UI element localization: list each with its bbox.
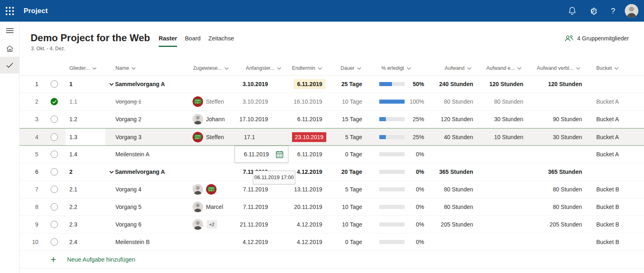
task-open-circle-icon[interactable] <box>51 168 58 175</box>
end-date-cell[interactable]: 4.12.2019 <box>288 216 329 233</box>
effort-completed-cell[interactable]: 120 Stunden <box>477 75 527 93</box>
percent-complete-cell[interactable]: 50% <box>367 75 428 93</box>
percent-complete-cell[interactable]: 0% <box>367 163 428 180</box>
column-header-end[interactable]: Endtermin <box>288 61 329 75</box>
end-date-cell[interactable]: 4.12.2019 <box>288 233 329 251</box>
percent-complete-cell[interactable]: 0% <box>367 146 428 163</box>
column-header-name[interactable]: Name <box>105 61 183 75</box>
column-header-effort_rem[interactable]: Aufwand verbl... <box>527 61 586 75</box>
duration-cell[interactable]: 10 Tage <box>329 93 367 110</box>
assigned-cell[interactable] <box>183 233 235 251</box>
assigned-cell[interactable] <box>183 181 235 198</box>
effort-completed-cell[interactable] <box>477 198 527 215</box>
task-row-9[interactable]: 92.3Vorgang 6+221.11.20194.12.201910 Tag… <box>20 216 644 233</box>
column-header-duration[interactable]: Dauer <box>329 61 367 75</box>
task-name-cell[interactable]: Meilenstein A <box>105 146 183 163</box>
task-row-3[interactable]: 31.2Vorgang 2Johann17.10.20196.11.201915… <box>20 111 644 128</box>
duration-cell[interactable]: 0 Tage <box>329 146 367 163</box>
outline-number-cell[interactable]: 2.2 <box>66 198 105 215</box>
task-status-circle[interactable] <box>43 129 66 145</box>
task-status-circle[interactable] <box>43 146 66 163</box>
effort-remaining-cell[interactable] <box>527 233 586 251</box>
task-name-cell[interactable]: Vorgang 6 <box>105 216 183 233</box>
column-header-outline[interactable]: Glieder... <box>66 61 105 75</box>
effort-remaining-cell[interactable] <box>527 146 586 163</box>
tab-board[interactable]: Board <box>185 35 201 47</box>
effort-remaining-cell[interactable]: 80 Stunden <box>527 198 586 215</box>
task-row-8[interactable]: 82.2Vorgang 5Marcel7.11.201920.11.201910… <box>20 198 644 216</box>
task-status-circle[interactable] <box>43 198 66 215</box>
outline-number-cell[interactable]: 2.3 <box>66 216 105 233</box>
effort-remaining-cell[interactable]: 120 Stunden <box>527 75 586 93</box>
column-header-assigned[interactable]: Zugewiese... <box>183 61 235 75</box>
task-name-cell[interactable]: Vorgang 4 <box>105 181 183 198</box>
effort-cell[interactable]: 80 Stunden <box>428 93 477 110</box>
bucket-cell[interactable]: Bucket B <box>586 216 644 233</box>
effort-completed-cell[interactable] <box>477 233 527 251</box>
assigned-cell[interactable]: +2 <box>183 216 235 233</box>
task-status-circle[interactable] <box>43 111 66 128</box>
task-open-circle-icon[interactable] <box>51 221 58 228</box>
task-row-10[interactable]: 102.4Meilenstein B4.12.20194.12.20190 Ta… <box>20 233 644 251</box>
bucket-cell[interactable]: Bucket A <box>586 93 644 110</box>
task-open-circle-icon[interactable] <box>51 203 58 211</box>
task-open-circle-icon[interactable] <box>51 238 58 246</box>
effort-completed-cell[interactable] <box>477 216 527 233</box>
assignee-avatar-graphic[interactable] <box>206 184 217 195</box>
user-avatar[interactable] <box>625 4 638 18</box>
effort-cell[interactable]: 205 Stunden <box>428 216 477 233</box>
end-date-cell[interactable]: 16.10.2019 <box>288 93 329 110</box>
duration-cell[interactable]: 5 Tage <box>329 181 367 198</box>
percent-complete-cell[interactable]: 25% <box>367 129 428 145</box>
effort-cell[interactable]: 240 Stunden <box>428 75 477 93</box>
task-name-cell[interactable]: Sammelvorgang A <box>105 75 183 93</box>
effort-remaining-cell[interactable]: 205 Stunden <box>527 216 586 233</box>
task-status-circle[interactable] <box>43 75 66 93</box>
calendar-picker-icon[interactable] <box>276 151 283 158</box>
settings-gear-icon[interactable] <box>582 0 603 22</box>
percent-complete-cell[interactable]: 25% <box>367 111 428 128</box>
outline-number-cell[interactable]: 1.3 <box>66 129 105 145</box>
column-header-pct[interactable]: % erledigt <box>367 61 428 75</box>
duration-cell[interactable]: 10 Tage <box>329 216 367 233</box>
percent-complete-cell[interactable]: 0% <box>367 216 428 233</box>
collapse-chevron-icon[interactable] <box>109 171 114 173</box>
task-name-cell[interactable]: Vorgang 1 <box>105 93 183 110</box>
assignee-avatar-graphic[interactable] <box>193 96 203 107</box>
effort-completed-cell[interactable]: 30 Stunden <box>477 111 527 128</box>
duration-cell[interactable]: 10 Tage <box>329 198 367 215</box>
bucket-cell[interactable]: Bucket B <box>586 233 644 251</box>
effort-remaining-cell[interactable]: 365 Stunden <box>527 163 586 180</box>
add-task-row[interactable]: + Neue Aufgabe hinzufügen <box>20 251 644 269</box>
outline-number-cell[interactable]: 2.1 <box>66 181 105 198</box>
duration-cell[interactable]: 15 Tage <box>329 111 367 128</box>
outline-number-cell[interactable]: 2 <box>66 163 105 180</box>
task-name-cell[interactable]: Sammelvorgang A <box>105 163 183 180</box>
column-header-effort[interactable]: Aufwand <box>428 61 477 75</box>
effort-cell[interactable]: 80 Stunden <box>428 198 477 215</box>
task-status-circle[interactable] <box>43 93 66 110</box>
task-open-circle-icon[interactable] <box>51 133 58 141</box>
assignee-avatar-photo[interactable] <box>193 202 203 212</box>
bucket-cell[interactable]: Bucket B <box>586 198 644 215</box>
outline-number-cell[interactable]: 1 <box>66 75 105 93</box>
percent-complete-cell[interactable]: 0% <box>367 233 428 251</box>
duration-cell[interactable]: 20 Tage <box>329 163 367 180</box>
start-date-cell[interactable]: 17.10.2019 <box>235 111 288 128</box>
effort-cell[interactable] <box>428 233 477 251</box>
start-date-cell[interactable]: 7.11.2019 <box>235 198 288 215</box>
sidebar-item-home[interactable] <box>0 40 19 57</box>
assigned-cell[interactable]: Johann <box>183 111 235 128</box>
task-name-cell[interactable]: Vorgang 5 <box>105 198 183 215</box>
column-header-effort_done[interactable]: Aufwand e... <box>477 61 527 75</box>
task-status-circle[interactable] <box>43 216 66 233</box>
effort-remaining-cell[interactable]: 90 Stunden <box>527 111 586 128</box>
notifications-bell-icon[interactable] <box>562 0 582 22</box>
task-open-circle-icon[interactable] <box>51 151 58 158</box>
effort-cell[interactable]: 80 Stunden <box>428 181 477 198</box>
task-open-circle-icon[interactable] <box>51 186 58 193</box>
start-date-cell[interactable]: 21.11.2019 <box>235 216 288 233</box>
bucket-cell[interactable]: Bucket A <box>586 111 644 128</box>
start-date-cell[interactable]: 3.10.2019 <box>235 75 288 93</box>
start-date-cell[interactable]: 4.12.2019 <box>235 233 288 251</box>
